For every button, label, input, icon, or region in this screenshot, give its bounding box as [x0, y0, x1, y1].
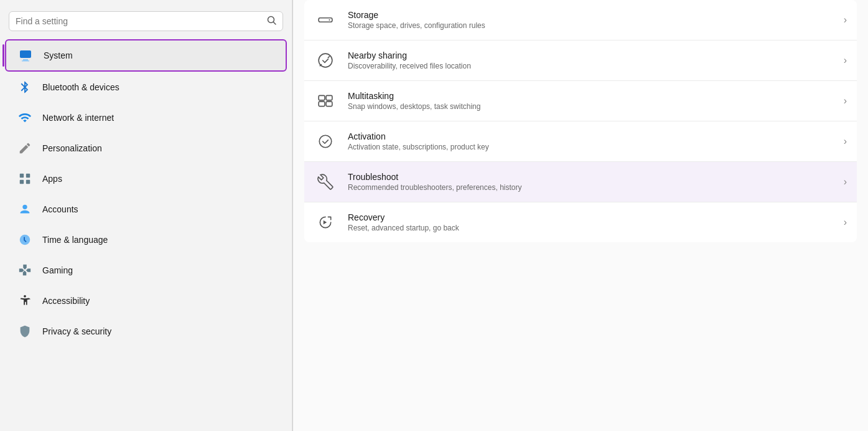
settings-item-troubleshoot[interactable]: Troubleshoot Recommended troubleshooters… [304, 162, 857, 202]
svg-point-13 [329, 19, 330, 21]
sidebar-item-accounts[interactable]: Accounts [5, 194, 287, 224]
multitasking-chevron: › [844, 95, 847, 107]
settings-item-activation[interactable]: Activation Activation state, subscriptio… [304, 121, 857, 162]
svg-rect-3 [23, 59, 28, 60]
sidebar-item-gaming[interactable]: Gaming [5, 255, 287, 285]
svg-rect-15 [326, 95, 332, 100]
sidebar-item-privacy-label: Privacy & security [42, 326, 111, 336]
network-icon [16, 109, 34, 126]
sidebar-item-system-label: System [44, 50, 73, 60]
multitasking-icon [314, 90, 337, 112]
svg-rect-2 [20, 50, 31, 58]
multitasking-subtitle: Snap windows, desktops, task switching [348, 102, 833, 111]
nearby-subtitle: Discoverability, received files location [348, 62, 833, 70]
search-input[interactable] [16, 16, 262, 26]
multitasking-text: Multitasking Snap windows, desktops, tas… [348, 91, 833, 111]
accessibility-icon [16, 292, 34, 310]
sidebar-item-personalization-label: Personalization [42, 143, 102, 153]
sidebar-item-personalization[interactable]: Personalization [5, 133, 287, 163]
svg-rect-6 [26, 174, 30, 178]
sidebar-item-gaming-label: Gaming [42, 265, 73, 275]
privacy-icon [16, 323, 34, 340]
recovery-title: Recovery [348, 212, 833, 222]
search-bar[interactable] [9, 11, 283, 31]
settings-item-storage[interactable]: Storage Storage space, drives, configura… [304, 0, 857, 40]
sidebar-item-accounts-label: Accounts [42, 204, 78, 214]
apps-icon [16, 170, 34, 187]
storage-chevron: › [844, 14, 847, 26]
svg-rect-16 [319, 102, 325, 107]
recovery-chevron: › [844, 217, 847, 228]
sidebar-item-accessibility-label: Accessibility [42, 296, 90, 306]
settings-item-recovery[interactable]: Recovery Reset, advanced startup, go bac… [304, 202, 857, 242]
settings-item-multitasking[interactable]: Multitasking Snap windows, desktops, tas… [304, 81, 857, 121]
sidebar-item-privacy[interactable]: Privacy & security [5, 316, 287, 346]
recovery-icon [314, 211, 337, 234]
troubleshoot-subtitle: Recommended troubleshooters, preferences… [348, 183, 833, 192]
sidebar-item-system[interactable]: System [5, 39, 287, 72]
sidebar-item-accessibility[interactable]: Accessibility [5, 286, 287, 316]
personalization-icon [16, 140, 34, 157]
recovery-subtitle: Reset, advanced startup, go back [348, 224, 833, 232]
sidebar-item-bluetooth[interactable]: Bluetooth & devices [5, 72, 287, 102]
sidebar-item-apps-label: Apps [42, 174, 62, 184]
nearby-title: Nearby sharing [348, 50, 833, 60]
nearby-text: Nearby sharing Discoverability, received… [348, 50, 833, 70]
sidebar-item-network[interactable]: Network & internet [5, 103, 287, 133]
sidebar-item-bluetooth-label: Bluetooth & devices [42, 82, 119, 92]
svg-rect-4 [22, 60, 29, 62]
bluetooth-icon [16, 78, 34, 96]
nearby-chevron: › [844, 55, 847, 66]
app-container: System Bluetooth & devices Network & [0, 0, 868, 431]
sidebar-item-apps[interactable]: Apps [5, 164, 287, 194]
sidebar-item-network-label: Network & internet [42, 113, 114, 123]
gaming-icon [16, 262, 34, 279]
nav-list: System Bluetooth & devices Network & [0, 39, 292, 347]
troubleshoot-title: Troubleshoot [348, 172, 833, 182]
svg-point-11 [24, 295, 26, 298]
storage-text: Storage Storage space, drives, configura… [348, 10, 833, 30]
arrow-annotation [293, 165, 298, 199]
troubleshoot-chevron: › [844, 176, 847, 187]
storage-subtitle: Storage space, drives, configuration rul… [348, 21, 833, 30]
sidebar-item-time[interactable]: Time & language [5, 225, 287, 255]
storage-icon [314, 9, 337, 31]
svg-rect-5 [20, 174, 24, 178]
activation-subtitle: Activation state, subscriptions, product… [348, 143, 833, 151]
multitasking-title: Multitasking [348, 91, 833, 101]
troubleshoot-icon [314, 171, 337, 193]
time-icon [16, 231, 34, 249]
troubleshoot-text: Troubleshoot Recommended troubleshooters… [348, 172, 833, 192]
svg-point-9 [22, 205, 27, 209]
search-icon [267, 16, 276, 27]
recovery-text: Recovery Reset, advanced startup, go bac… [348, 212, 833, 232]
settings-list: Storage Storage space, drives, configura… [293, 0, 868, 242]
nearby-icon [314, 49, 337, 72]
svg-line-1 [274, 22, 276, 25]
svg-rect-17 [326, 102, 332, 107]
activation-icon [314, 130, 337, 153]
activation-chevron: › [844, 136, 847, 147]
svg-rect-14 [319, 95, 325, 100]
storage-title: Storage [348, 10, 833, 20]
settings-item-nearby[interactable]: Nearby sharing Discoverability, received… [304, 40, 857, 81]
svg-point-18 [319, 135, 332, 148]
svg-rect-7 [20, 180, 24, 184]
activation-text: Activation Activation state, subscriptio… [348, 131, 833, 151]
accounts-icon [16, 201, 34, 218]
sidebar-item-time-label: Time & language [42, 235, 108, 245]
svg-rect-8 [26, 180, 30, 184]
system-icon [17, 47, 35, 64]
sidebar: System Bluetooth & devices Network & [0, 0, 292, 431]
main-content: Storage Storage space, drives, configura… [293, 0, 868, 431]
activation-title: Activation [348, 131, 833, 141]
